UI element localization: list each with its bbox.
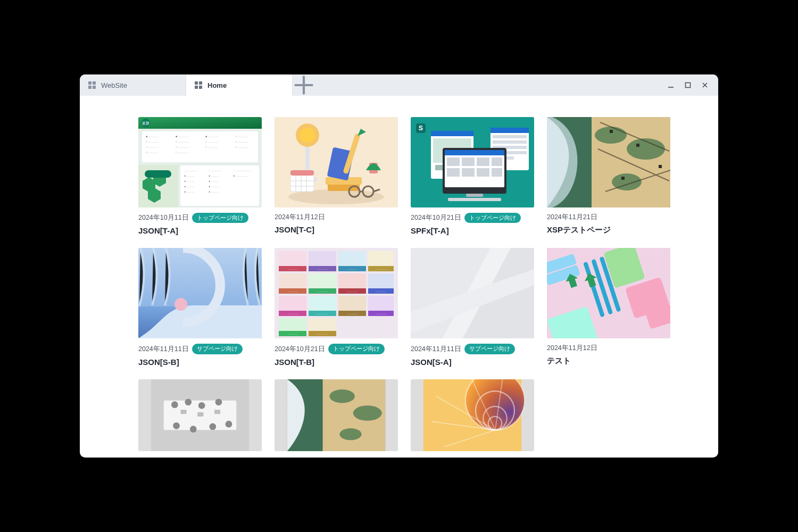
svg-text:…………: ………… <box>287 289 298 293</box>
card-title: JSON[T-A] <box>138 226 262 235</box>
svg-text:…………: ………… <box>317 289 328 293</box>
card-title: JSON[S-B] <box>138 358 262 367</box>
svg-rect-99 <box>636 144 639 147</box>
card-date: 2024年11月21日 <box>547 213 597 222</box>
card-thumbnail <box>547 248 670 338</box>
card-meta: 2024年10月21日 トップページ向け <box>275 344 398 354</box>
svg-point-165 <box>185 398 192 405</box>
svg-point-104 <box>174 298 187 311</box>
svg-rect-84 <box>447 168 460 177</box>
card-date: 2024年10月21日 <box>275 345 325 354</box>
svg-point-177 <box>329 389 355 403</box>
card-thumbnail <box>411 248 534 338</box>
svg-text:○ …………: ○ ………… <box>235 145 248 148</box>
svg-point-92 <box>595 127 627 144</box>
card-meta: 2024年11月11日 サブページ向け <box>138 344 262 354</box>
svg-text:…………: ………… <box>347 312 358 315</box>
tab-website[interactable]: WebSite <box>80 74 186 96</box>
card[interactable] <box>411 379 534 451</box>
svg-rect-88 <box>466 194 483 197</box>
svg-rect-0 <box>686 83 691 88</box>
svg-point-169 <box>190 426 197 433</box>
card-title: JSON[T-B] <box>275 358 398 367</box>
minimize-button[interactable] <box>663 77 679 93</box>
svg-text:○ …………: ○ ………… <box>235 140 248 143</box>
svg-rect-65 <box>431 131 473 136</box>
card[interactable]: 2024年11月21日 XSPテストページ <box>547 117 670 235</box>
maximize-button[interactable] <box>680 77 696 93</box>
card-thumbnail <box>547 117 670 207</box>
card-meta: 2024年10月11日 トップページ向け <box>138 213 262 223</box>
svg-point-164 <box>171 401 178 408</box>
svg-text:■ …………: ■ ………… <box>146 135 159 138</box>
new-tab-button[interactable] <box>293 74 315 96</box>
svg-text:○ …………: ○ ………… <box>205 145 218 148</box>
card-thumbnail <box>275 379 398 451</box>
window-controls <box>663 74 718 96</box>
close-button[interactable] <box>697 77 713 93</box>
tab-label: Home <box>207 81 227 89</box>
svg-rect-85 <box>462 168 475 177</box>
svg-point-167 <box>215 398 222 405</box>
svg-text:…………: ………… <box>317 332 328 335</box>
maximize-icon <box>685 82 691 88</box>
svg-rect-172 <box>180 410 186 414</box>
svg-text:● ………: ● ……… <box>209 179 219 182</box>
close-icon <box>702 82 708 88</box>
card-title: JSON[T-C] <box>275 225 398 234</box>
svg-text:…………: ………… <box>376 289 386 293</box>
svg-rect-73 <box>493 140 527 144</box>
svg-text:○ …………: ○ ………… <box>146 140 159 143</box>
content-area: 更新 ■ …………■ …………■ …………○ ………… ○ …………○ …………… <box>80 96 718 458</box>
svg-text:……………: …………… <box>209 169 222 172</box>
svg-rect-101 <box>659 165 662 168</box>
card-date: 2024年11月12日 <box>275 213 325 222</box>
svg-text:■ …………: ■ ………… <box>205 135 218 138</box>
svg-rect-79 <box>445 150 504 155</box>
card-meta: 2024年11月12日 <box>547 344 670 353</box>
svg-text:○ …………: ○ ………… <box>176 145 188 148</box>
card-thumbnail: 更新 ■ …………■ …………■ …………○ ………… ○ …………○ …………… <box>138 117 262 207</box>
card[interactable]: 2024年11月11日 サブページ向け JSON[S-A] <box>411 248 534 366</box>
tab-home[interactable]: Home <box>186 74 293 96</box>
card-date: 2024年11月12日 <box>547 344 597 353</box>
svg-text:○ …………: ○ ………… <box>176 140 188 143</box>
card-tag: トップページ向け <box>328 344 385 354</box>
card[interactable]: S <box>411 117 534 235</box>
card-meta: 2024年11月11日 サブページ向け <box>411 344 534 354</box>
card[interactable]: ………… ………… ………… ………… ………… ………… ………… ………… … <box>275 248 398 366</box>
card[interactable]: 更新 ■ …………■ …………■ …………○ ………… ○ …………○ …………… <box>138 117 262 235</box>
svg-text:● ………: ● ……… <box>184 174 194 177</box>
card[interactable] <box>275 379 398 451</box>
svg-point-179 <box>339 428 361 440</box>
grid-icon <box>195 81 202 89</box>
card[interactable]: 2024年11月11日 サブページ向け JSON[S-B] <box>138 248 262 366</box>
svg-rect-81 <box>462 157 475 166</box>
svg-rect-98 <box>610 130 613 133</box>
svg-point-170 <box>209 423 216 430</box>
svg-rect-174 <box>214 410 220 414</box>
svg-point-171 <box>226 421 232 428</box>
svg-text:● ………: ● ……… <box>209 190 219 193</box>
card-meta: 2024年10月21日 トップページ向け <box>411 213 534 223</box>
svg-text:○ …………: ○ ………… <box>146 145 159 148</box>
card[interactable]: 2024年11月12日 JSON[T-C] <box>275 117 398 235</box>
card[interactable] <box>138 379 262 451</box>
svg-rect-173 <box>197 412 203 417</box>
card[interactable]: 2024年11月12日 テスト <box>547 248 670 366</box>
card-thumbnail <box>138 248 262 338</box>
card-tag: サブページ向け <box>192 344 243 354</box>
card-date: 2024年11月11日 <box>138 345 189 354</box>
svg-rect-24 <box>145 170 171 178</box>
card-tag: トップページ向け <box>464 213 521 223</box>
svg-rect-86 <box>477 168 489 177</box>
svg-text:○ …………: ○ ………… <box>176 151 188 154</box>
svg-text:…………: ………… <box>317 267 328 270</box>
svg-text:…………: ………… <box>287 312 298 315</box>
svg-text:○ …………: ○ ………… <box>146 151 159 154</box>
card-date: 2024年10月21日 <box>411 213 461 222</box>
svg-text:…………: ………… <box>287 332 298 335</box>
app-window: WebSite Home <box>80 74 718 458</box>
titlebar: WebSite Home <box>80 74 718 96</box>
svg-text:…………: ………… <box>317 312 328 315</box>
